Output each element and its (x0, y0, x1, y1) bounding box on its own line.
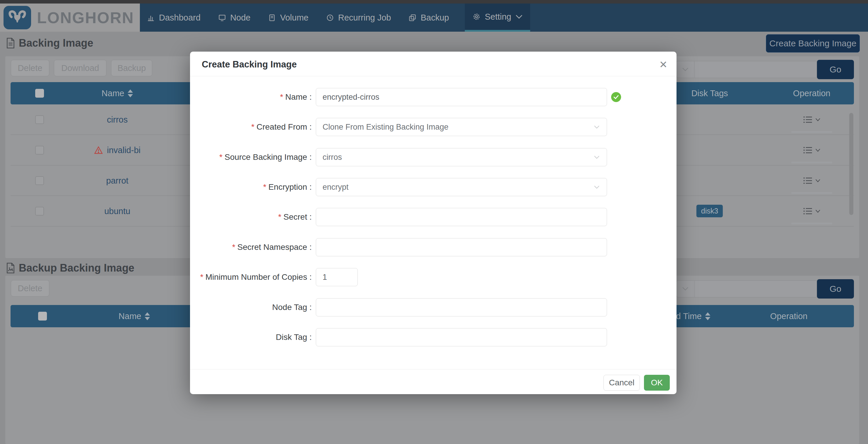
field-label: *Source Backing Image : (190, 148, 312, 166)
section-title-text: Backup Backing Image (19, 262, 134, 274)
backup-icon (408, 14, 416, 22)
nav-item-setting[interactable]: Setting (465, 3, 530, 32)
form-row-disk-tag: Disk Tag : (190, 328, 677, 346)
operation-menu[interactable] (803, 135, 820, 165)
nav-item-volume[interactable]: Volume (266, 3, 310, 32)
backing-image-link[interactable]: cirros (107, 104, 128, 135)
name-input[interactable] (316, 88, 607, 106)
node-tag-input[interactable] (316, 298, 607, 316)
list-icon (803, 207, 813, 215)
field-label: *Name : (190, 88, 312, 106)
form-row-node-tag: Node Tag : (190, 298, 677, 316)
sort-icon (145, 312, 150, 320)
go-button[interactable]: Go (817, 279, 854, 298)
column-label: Operation (793, 89, 830, 98)
search-input[interactable] (694, 61, 817, 78)
encryption-select[interactable]: encrypt (316, 178, 607, 196)
modal-title: Create Backing Image (202, 59, 297, 70)
chevron-down-icon (815, 118, 820, 121)
backing-image-link[interactable]: invalid-bi (94, 135, 141, 165)
backup-section-title: Backup Backing Image (6, 262, 134, 274)
ok-button[interactable]: OK (644, 375, 670, 391)
chevron-down-icon (682, 67, 688, 71)
gear-icon (472, 12, 480, 21)
create-backing-image-button[interactable]: Create Backing Image (766, 34, 860, 53)
top-strip (0, 0, 868, 3)
backing-image-link[interactable]: parrot (106, 165, 128, 196)
brand-name: LONGHORN (37, 3, 134, 32)
column-header-disk-tags: Disk Tags (691, 82, 728, 104)
minimum-copies-input[interactable] (316, 268, 358, 286)
field-label: Disk Tag : (190, 328, 312, 346)
table-scrollbar-thumb[interactable] (849, 113, 853, 215)
secret-input[interactable] (316, 208, 607, 226)
backing-image-link[interactable]: ubuntu (104, 196, 130, 226)
cancel-button[interactable]: Cancel (603, 375, 640, 391)
row-underbar (791, 223, 832, 224)
nav-label: Recurring Job (338, 13, 391, 23)
nav-label: Volume (280, 13, 309, 23)
required-asterisk: * (280, 92, 283, 101)
chevron-down-icon (815, 149, 820, 152)
secret-namespace-input[interactable] (316, 238, 607, 256)
disk-tag-input[interactable] (316, 328, 607, 346)
search-input[interactable] (694, 280, 817, 297)
nav-item-backup[interactable]: Backup (407, 3, 451, 32)
nav-item-recurring-job[interactable]: Recurring Job (324, 3, 393, 32)
operation-menu[interactable] (803, 104, 820, 135)
list-icon (803, 177, 813, 185)
row-checkbox[interactable] (35, 146, 44, 155)
column-header-operation: Operation (770, 305, 807, 327)
nav-item-dashboard[interactable]: Dashboard (145, 3, 202, 32)
download-button[interactable]: Download (54, 60, 106, 76)
modal-footer-divider (190, 369, 677, 370)
form-row-created-from: *Created From : Clone From Existing Back… (190, 118, 677, 136)
nav-item-node[interactable]: Node (216, 3, 252, 32)
row-checkbox[interactable] (35, 207, 44, 216)
created-from-select[interactable]: Clone From Existing Backing Image (316, 118, 607, 136)
nav-menu: Dashboard Node Volume Recurring Job (145, 3, 530, 32)
select-all-checkbox[interactable] (38, 312, 47, 321)
chevron-down-icon (516, 15, 523, 19)
field-label: *Created From : (190, 118, 312, 136)
row-name: ubuntu (104, 207, 130, 216)
close-icon[interactable]: ✕ (656, 58, 670, 71)
row-checkbox[interactable] (35, 176, 44, 185)
row-underbar (791, 131, 832, 133)
row-checkbox[interactable] (35, 115, 44, 124)
operation-menu[interactable] (803, 196, 820, 226)
longhorn-logo[interactable] (3, 6, 31, 29)
select-all-checkbox[interactable] (35, 89, 44, 98)
nav-label: Setting (485, 12, 511, 22)
operation-menu[interactable] (803, 165, 820, 196)
page-title-text: Backing Image (19, 37, 93, 49)
warning-icon (94, 146, 103, 154)
column-header-name[interactable]: Name (101, 82, 133, 104)
list-icon (803, 146, 813, 154)
bull-icon (8, 9, 27, 26)
file-image-icon (6, 263, 15, 273)
source-backing-image-select[interactable]: cirros (316, 148, 607, 166)
chevron-down-icon (594, 185, 600, 189)
file-icon (6, 38, 15, 49)
filter-field-select[interactable] (676, 280, 694, 297)
delete-button[interactable]: Delete (11, 60, 49, 76)
column-header-name[interactable]: Name (119, 305, 150, 327)
disk-tag-badge: disk3 (696, 205, 723, 217)
row-underbar (791, 162, 832, 163)
delete-button[interactable]: Delete (11, 280, 49, 296)
required-asterisk: * (251, 122, 254, 131)
go-button[interactable]: Go (817, 60, 854, 79)
field-label: *Secret Namespace : (190, 238, 312, 256)
field-label: *Secret : (190, 208, 312, 226)
sort-icon (128, 90, 133, 97)
backup-button[interactable]: Backup (111, 60, 152, 76)
modal-header-divider (190, 76, 677, 76)
column-label: Name (119, 312, 141, 321)
column-header-time[interactable]: d Time (676, 305, 710, 327)
filter-field-select[interactable] (676, 61, 694, 78)
column-label: Operation (770, 312, 807, 321)
navbar: LONGHORN Dashboard Node Volume (0, 3, 868, 32)
logo-area: LONGHORN (0, 3, 140, 32)
column-header-operation: Operation (793, 82, 830, 104)
